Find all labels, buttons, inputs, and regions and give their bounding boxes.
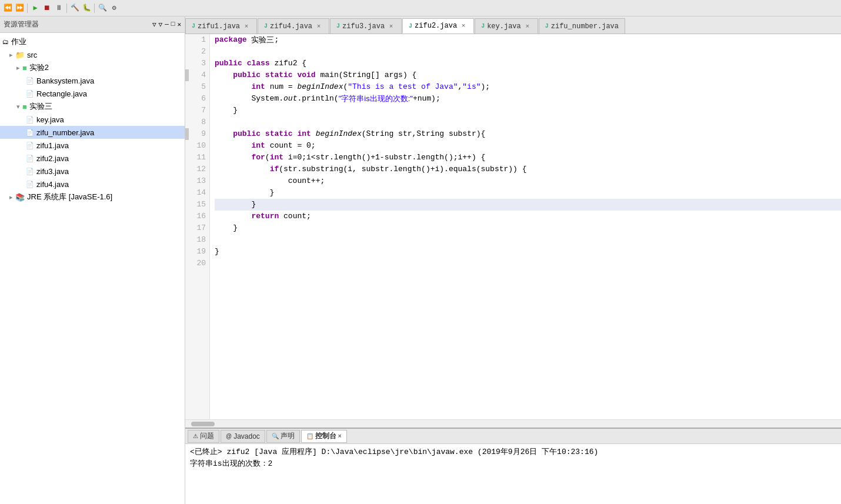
console-line-1: <已终止> zifu2 [Java 应用程序] D:\Java\eclipse\… bbox=[190, 446, 836, 458]
tab-zifu1-close[interactable]: × bbox=[242, 22, 251, 31]
javadoc-icon: @ bbox=[226, 433, 232, 439]
sidebar-min-icon[interactable]: — bbox=[165, 21, 169, 28]
console-line-2: 字符串is出现的次数：2 bbox=[190, 458, 836, 470]
tab-zifu4[interactable]: J zifu4.java × bbox=[258, 18, 329, 34]
line-num-5: 5 bbox=[185, 81, 209, 93]
tab-zifu-number-label: zifu_number.java bbox=[551, 22, 619, 31]
toolbar-stop-icon[interactable]: ⏹ bbox=[42, 3, 52, 14]
tab-problems[interactable]: ⚠ 问题 bbox=[188, 430, 219, 443]
sidebar-item-zifu2[interactable]: 📄 zifu2.java bbox=[0, 152, 185, 165]
sidebar-zifu2-label: zifu2.java bbox=[36, 154, 69, 163]
code-line-13: count++; bbox=[215, 175, 841, 187]
toolbar-run-icon[interactable]: ▶ bbox=[30, 3, 41, 14]
sidebar-close-icon[interactable]: ✕ bbox=[177, 21, 181, 28]
h-scrollbar-thumb[interactable] bbox=[191, 422, 215, 426]
tab-zifu3-close[interactable]: × bbox=[387, 22, 395, 31]
sidebar-item-rectangle[interactable]: 📄 Rectangle.java bbox=[0, 87, 185, 100]
sidebar-zifu1-label: zifu1.java bbox=[36, 141, 69, 150]
sidebar-shiyan3-label: 实验三 bbox=[29, 101, 52, 112]
line-num-20: 20 bbox=[185, 258, 209, 269]
declaration-label: 声明 bbox=[281, 431, 295, 441]
tab-zifu3[interactable]: J zifu3.java × bbox=[330, 18, 402, 34]
tab-key-icon: J bbox=[481, 23, 485, 29]
problems-icon: ⚠ bbox=[193, 433, 198, 439]
shiyan3-expand-icon: ▾ bbox=[16, 103, 20, 111]
toolbar-search-icon[interactable]: 🔍 bbox=[97, 3, 108, 14]
line-num-4: 4 bbox=[185, 69, 209, 81]
sidebar-collapse-icon[interactable]: ▽ bbox=[152, 21, 156, 28]
h-scrollbar[interactable] bbox=[185, 419, 841, 428]
code-line-8 bbox=[215, 116, 841, 128]
javadoc-label: Javadoc bbox=[233, 432, 260, 440]
src-icon: 📁 bbox=[15, 51, 25, 59]
code-line-1: package 实验三; bbox=[215, 34, 841, 46]
sidebar-item-zifu1[interactable]: 📄 zifu1.java bbox=[0, 139, 185, 152]
tab-zifu2-icon: J bbox=[409, 23, 412, 29]
line-num-6: 6 bbox=[185, 93, 209, 105]
toolbar-back-icon[interactable]: ⏪ bbox=[2, 3, 13, 14]
code-line-6: System.out.println("字符串is出现的次数:"+num); bbox=[215, 93, 841, 105]
code-line-19: } bbox=[215, 246, 841, 258]
sidebar-item-zifu3[interactable]: 📄 zifu3.java bbox=[0, 165, 185, 178]
bottom-tabs: ⚠ 问题 @ Javadoc 🔍 声明 📋 控制台 × bbox=[185, 429, 841, 444]
code-line-20 bbox=[215, 258, 841, 269]
tab-zifu1[interactable]: J zifu1.java × bbox=[185, 18, 257, 34]
console-content: <已终止> zifu2 [Java 应用程序] D:\Java\eclipse\… bbox=[185, 444, 841, 504]
sidebar-max-icon[interactable]: □ bbox=[171, 21, 175, 28]
toolbar-sep-3 bbox=[94, 4, 95, 13]
tab-zifu-number[interactable]: J zifu_number.java bbox=[539, 18, 625, 34]
toolbar-forward-icon[interactable]: ⏩ bbox=[14, 3, 25, 14]
console-close-icon[interactable]: × bbox=[338, 433, 342, 439]
sidebar-zifu3-label: zifu3.java bbox=[36, 167, 69, 176]
line-num-10: 10 bbox=[185, 140, 209, 152]
tab-console[interactable]: 📋 控制台 × bbox=[301, 430, 347, 443]
sidebar-zifu4-label: zifu4.java bbox=[36, 180, 69, 189]
tab-key[interactable]: J key.java × bbox=[475, 18, 538, 34]
line-num-14: 14 bbox=[185, 187, 209, 199]
line-num-11: 11 bbox=[185, 152, 209, 163]
tab-declaration[interactable]: 🔍 声明 bbox=[266, 430, 300, 443]
toolbar-build-icon[interactable]: 🔨 bbox=[69, 3, 80, 14]
code-editor[interactable]: 1 2 3 4 5 6 7 8 9 10 11 12 13 14 15 16 1… bbox=[185, 34, 841, 419]
code-content[interactable]: package 实验三; public class zifu2 { public… bbox=[210, 34, 841, 419]
problems-label: 问题 bbox=[200, 431, 214, 441]
code-line-9: public static int beginIndex(String str,… bbox=[215, 128, 841, 140]
sidebar-item-src[interactable]: ▸ 📁 src bbox=[0, 48, 185, 61]
sidebar-item-workspace[interactable]: 🗂 作业 bbox=[0, 35, 185, 48]
tab-bar: J zifu1.java × J zifu4.java × J zifu3.ja… bbox=[185, 16, 841, 34]
sidebar-item-zifu4[interactable]: 📄 zifu4.java bbox=[0, 178, 185, 191]
sidebar-item-banksystem[interactable]: 📄 Banksystem.java bbox=[0, 74, 185, 87]
sidebar-menu-icon[interactable]: ▽ bbox=[159, 21, 163, 28]
code-line-12: if(str.substring(i, substr.length()+i).e… bbox=[215, 163, 841, 175]
tab-javadoc[interactable]: @ Javadoc bbox=[221, 430, 265, 443]
tab-zifu4-close[interactable]: × bbox=[315, 22, 323, 31]
sidebar-item-shiyan3[interactable]: ▾ ■ 实验三 bbox=[0, 100, 185, 113]
tab-key-close[interactable]: × bbox=[523, 22, 532, 31]
toolbar-debug-icon[interactable]: 🐛 bbox=[81, 3, 92, 14]
tab-zifu1-icon: J bbox=[192, 23, 195, 29]
tab-zifu2[interactable]: J zifu2.java × bbox=[402, 18, 474, 34]
code-line-17: } bbox=[215, 222, 841, 234]
tab-zifu2-close[interactable]: × bbox=[459, 22, 468, 30]
tab-zifu3-icon: J bbox=[336, 23, 340, 29]
zifu4-icon: 📄 bbox=[26, 181, 34, 188]
toolbar: ⏪ ⏩ ▶ ⏹ ⏸ 🔨 🐛 🔍 ⚙ bbox=[0, 0, 841, 16]
sidebar-item-shiyan2[interactable]: ▸ ■ 实验2 bbox=[0, 61, 185, 74]
sidebar-tree: 🗂 作业 ▸ 📁 src ▸ ■ 实验2 📄 Banksystem.java bbox=[0, 33, 185, 504]
code-line-3: public class zifu2 { bbox=[215, 58, 841, 69]
code-line-7: } bbox=[215, 105, 841, 116]
line-num-16: 16 bbox=[185, 211, 209, 222]
code-line-5: int num = beginIndex("This is a test of … bbox=[215, 81, 841, 93]
declaration-icon: 🔍 bbox=[272, 433, 279, 439]
sidebar-item-zifu-number[interactable]: 📄 zifu_number.java bbox=[0, 126, 185, 139]
line-num-1: 1 bbox=[185, 34, 209, 46]
jre-expand-icon: ▸ bbox=[9, 193, 13, 201]
toolbar-pause-icon[interactable]: ⏸ bbox=[54, 3, 64, 14]
sidebar-item-key[interactable]: 📄 key.java bbox=[0, 113, 185, 126]
line-num-18: 18 bbox=[185, 234, 209, 246]
toolbar-settings-icon[interactable]: ⚙ bbox=[109, 3, 119, 14]
tab-zifu1-label: zifu1.java bbox=[198, 22, 240, 31]
sidebar-item-jre[interactable]: ▸ 📚 JRE 系统库 [JavaSE-1.6] bbox=[0, 191, 185, 203]
line-numbers: 1 2 3 4 5 6 7 8 9 10 11 12 13 14 15 16 1… bbox=[185, 34, 210, 419]
code-line-18 bbox=[215, 234, 841, 246]
